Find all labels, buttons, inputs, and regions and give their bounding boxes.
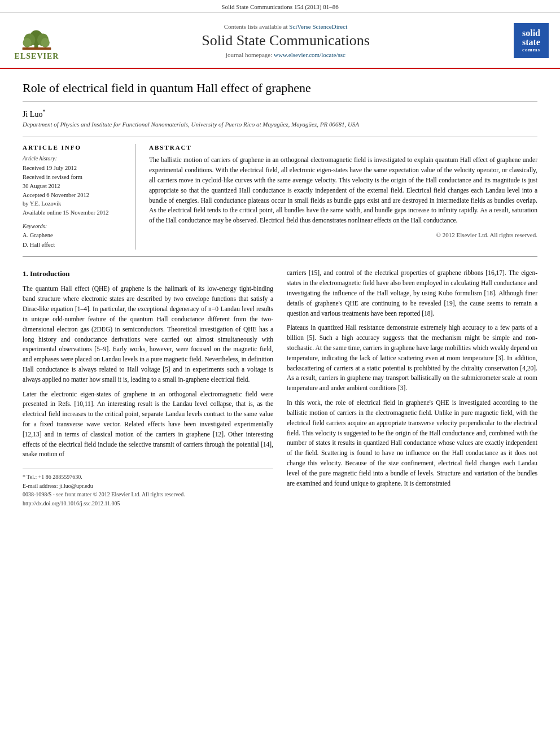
footnote-issn: 0038-1098/$ - see front matter © 2012 El… [23,490,273,499]
info-abstract-section: ARTICLE INFO Article history: Received 1… [23,137,537,257]
author-name: Ji Luo* [23,108,537,119]
svg-point-5 [41,38,50,47]
journal-header: ELSEVIER Contents lists available at Sci… [0,13,560,69]
article-title: Role of electrical field in quantum Hall… [23,80,537,97]
homepage-link[interactable]: www.elsevier.com/locate/ssc [274,51,345,58]
svg-rect-6 [23,47,51,50]
abstract-column: ABSTRACT The ballistic motion of carrier… [149,144,537,250]
available-online: Available online 15 November 2012 [23,208,126,217]
by-editor: by Y.E. Lozovik [23,199,126,208]
received-revised-label: Received in revised form [23,173,126,182]
journal-homepage: journal homepage: www.elsevier.com/locat… [68,51,504,58]
intro-paragraph-1: The quantum Hall effect (QHE) of graphen… [23,284,273,385]
abstract-heading: ABSTRACT [149,144,537,151]
body-right-p2: Plateaus in quantized Hall resistance de… [287,323,537,394]
footnote-area: * Tel.: +1 86 2885597630. E-mail address… [23,469,273,508]
history-label: Article history: [23,155,126,161]
keywords-label: Keywords: [23,223,126,229]
contents-text: Contents lists available at [224,23,288,30]
main-content: Role of electrical field in quantum Hall… [0,69,560,519]
body-right-p3: In this work, the role of electrical fie… [287,398,537,488]
journal-bar: Solid State Communications 154 (2013) 81… [0,0,560,13]
contents-availability: Contents lists available at SciVerse Sci… [68,23,504,30]
ssc-logo-container: solidstate comms [509,23,549,58]
ssc-logo: solidstate comms [514,23,549,58]
body-right-p1: carriers [15], and control of the electr… [287,268,537,318]
homepage-label: journal homepage: [226,51,272,58]
copyright-line: © 2012 Elsevier Ltd. All rights reserved… [149,231,537,238]
article-info-column: ARTICLE INFO Article history: Received 1… [23,144,135,250]
author-name-text: Ji Luo [23,110,42,118]
abstract-text: The ballistic motion of carriers of grap… [149,155,537,226]
intro-paragraph-2: Later the electronic eigen-states of gra… [23,390,273,460]
journal-title: Solid State Communications [68,32,504,49]
footnote-tel: * Tel.: +1 86 2885597630. [23,473,273,482]
revised-date: 30 August 2012 [23,182,126,191]
keyword-2: D. Hall effect [23,241,126,250]
footnote-doi: http://dx.doi.org/10.1016/j.ssc.2012.11.… [23,499,273,508]
section-1-heading: 1. Introduction [23,268,273,279]
body-left-column: 1. Introduction The quantum Hall effect … [23,268,273,508]
journal-citation: Solid State Communications 154 (2013) 81… [221,3,338,10]
sciverse-link[interactable]: SciVerse ScienceDirect [289,23,347,30]
keyword-1: A. Graphene [23,231,126,241]
elsevier-logo: ELSEVIER [11,20,62,61]
author-asterisk: * [42,108,45,115]
author-affiliation: Department of Physics and Institute for … [23,121,537,128]
elsevier-wordmark: ELSEVIER [15,52,59,61]
received-date: Received 19 July 2012 [23,164,126,173]
body-right-column: carriers [15], and control of the electr… [287,268,537,508]
body-content: 1. Introduction The quantum Hall effect … [23,268,537,508]
svg-point-4 [23,38,31,47]
footnote-email: E-mail address: ji.luo@upr.edu [23,482,273,491]
journal-center-header: Contents lists available at SciVerse Sci… [68,23,504,58]
two-column-body: 1. Introduction The quantum Hall effect … [23,268,537,508]
article-info-heading: ARTICLE INFO [23,144,126,151]
accepted-date: Accepted 6 November 2012 [23,191,126,200]
